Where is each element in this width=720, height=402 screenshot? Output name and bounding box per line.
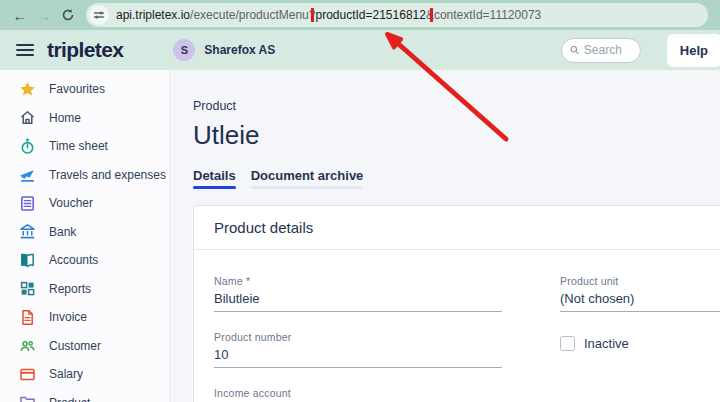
folder-icon xyxy=(19,394,36,402)
inactive-checkbox[interactable] xyxy=(560,336,575,351)
browser-address-bar: ← → api.tripletex.io/execute/productMenu… xyxy=(0,0,720,30)
sidebar-item-salary[interactable]: Salary xyxy=(0,360,169,389)
sidebar-item-product[interactable]: Product xyxy=(0,389,169,402)
product-number-field[interactable]: Product number 10 xyxy=(214,331,502,368)
name-input[interactable]: Bilutleie xyxy=(214,290,502,312)
product-unit-label: Product unit xyxy=(560,275,720,287)
url-suffix: &contextId=11120073 xyxy=(426,8,541,22)
search-input[interactable] xyxy=(584,43,632,57)
tab-document-archive[interactable]: Document archive xyxy=(251,168,364,189)
income-account-field[interactable]: Income account (Use standard account for… xyxy=(214,387,502,402)
product-details-card: Product details Name * Bilutleie Product… xyxy=(193,205,720,402)
reload-icon[interactable] xyxy=(56,8,80,22)
url-path: /execute/productMenu? xyxy=(190,8,315,22)
product-unit-field[interactable]: Product unit (Not chosen) xyxy=(560,275,720,312)
sidebar-item-bank[interactable]: Bank xyxy=(0,218,169,247)
company-name: Sharefox AS xyxy=(204,43,275,57)
app-header: tripletex S Sharefox AS Help xyxy=(0,30,720,70)
sidebar-item-invoice[interactable]: Invoice xyxy=(0,303,169,332)
inactive-checkbox-row[interactable]: Inactive xyxy=(560,336,720,351)
search-icon xyxy=(570,44,579,56)
sidebar: Favourites Home Time sheet Travels and e… xyxy=(0,70,170,402)
url-highlighted-product-id: productId=21516812 xyxy=(315,8,425,22)
inactive-label: Inactive xyxy=(584,336,629,351)
sidebar-item-accounts[interactable]: Accounts xyxy=(0,246,169,275)
url-text[interactable]: api.tripletex.io/execute/productMenu?pro… xyxy=(116,8,541,22)
voucher-document-icon xyxy=(19,195,36,212)
income-account-label: Income account xyxy=(214,387,502,399)
sidebar-item-voucher[interactable]: Voucher xyxy=(0,189,169,218)
sidebar-item-travels[interactable]: Travels and expenses xyxy=(0,161,169,190)
product-number-input[interactable]: 10 xyxy=(214,346,502,368)
sidebar-item-time-sheet[interactable]: Time sheet xyxy=(0,132,169,161)
stopwatch-icon xyxy=(19,138,36,155)
card-title: Product details xyxy=(194,206,720,250)
back-icon[interactable]: ← xyxy=(8,8,32,23)
hamburger-menu-icon[interactable] xyxy=(16,41,34,59)
search-box[interactable] xyxy=(561,38,641,63)
bank-icon xyxy=(19,223,36,240)
main-content: Product Utleie Details Document archive … xyxy=(170,70,720,402)
breadcrumb: Product xyxy=(193,99,720,113)
sidebar-item-customer[interactable]: Customer xyxy=(0,332,169,361)
company-switcher[interactable]: S Sharefox AS xyxy=(173,39,275,61)
sidebar-item-home[interactable]: Home xyxy=(0,104,169,133)
tripletex-logo: tripletex xyxy=(47,38,123,62)
product-unit-select[interactable]: (Not chosen) xyxy=(560,290,720,312)
url-domain: api.tripletex.io xyxy=(116,8,190,22)
tab-details[interactable]: Details xyxy=(193,168,236,189)
star-icon xyxy=(19,81,36,98)
salary-card-icon xyxy=(19,366,36,383)
name-label: Name * xyxy=(214,275,502,287)
page-title: Utleie xyxy=(193,120,720,151)
help-button[interactable]: Help xyxy=(667,34,720,67)
home-icon xyxy=(19,109,36,126)
airplane-icon xyxy=(19,166,36,183)
product-number-label: Product number xyxy=(214,331,502,343)
name-field[interactable]: Name * Bilutleie xyxy=(214,275,502,312)
tab-bar: Details Document archive xyxy=(193,168,720,189)
forward-icon[interactable]: → xyxy=(32,8,56,23)
site-settings-icon[interactable] xyxy=(89,5,109,25)
company-avatar: S xyxy=(173,39,195,61)
people-icon xyxy=(19,337,36,354)
book-icon xyxy=(19,252,36,269)
url-bar[interactable]: api.tripletex.io/execute/productMenu?pro… xyxy=(86,3,708,27)
dashboard-icon xyxy=(19,280,36,297)
sidebar-item-reports[interactable]: Reports xyxy=(0,275,169,304)
invoice-document-icon xyxy=(19,309,36,326)
sidebar-item-favourites[interactable]: Favourites xyxy=(0,75,169,104)
